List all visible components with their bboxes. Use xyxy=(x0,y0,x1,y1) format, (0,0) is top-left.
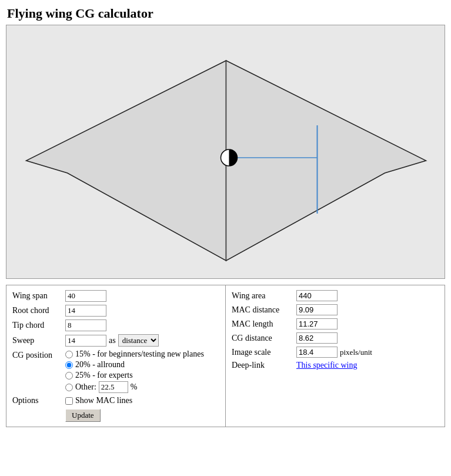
options-label: Options xyxy=(12,396,65,405)
sweep-as-label: as xyxy=(109,336,116,345)
cg-position-row: CG position 15% - for beginners/testing … xyxy=(12,349,219,393)
cg-radio-25-input[interactable] xyxy=(65,372,73,380)
options-row: Options Show MAC lines xyxy=(12,396,219,405)
image-scale-input[interactable] xyxy=(296,347,338,358)
tip-chord-row: Tip chord xyxy=(12,319,219,331)
cg-radio-other: Other: % xyxy=(65,381,204,393)
wing-span-input[interactable] xyxy=(65,290,106,302)
tip-chord-input[interactable] xyxy=(65,319,106,331)
cg-position-label: CG position xyxy=(12,349,65,360)
image-scale-row: Image scale pixels/unit xyxy=(232,347,439,358)
cg-radio-other-input[interactable] xyxy=(65,384,73,391)
cg-radio-15-input[interactable] xyxy=(65,351,73,358)
root-chord-label: Root chord xyxy=(12,306,65,315)
mac-distance-value xyxy=(296,304,338,315)
deep-link-row: Deep-link This specific wing xyxy=(232,361,439,370)
mac-length-label: MAC length xyxy=(232,319,296,329)
wing-area-label: Wing area xyxy=(232,291,296,301)
cg-other-percent: % xyxy=(131,382,138,392)
update-button[interactable]: Update xyxy=(65,409,101,422)
cg-radio-20: 20% - allround xyxy=(65,360,204,370)
cg-radio-25-label: 25% - for experts xyxy=(75,371,133,380)
page-title: Flying wing CG calculator xyxy=(0,0,451,25)
update-row: Update xyxy=(12,409,219,422)
wing-diagram xyxy=(6,25,445,279)
root-chord-row: Root chord xyxy=(12,305,219,317)
cg-other-input[interactable] xyxy=(99,381,128,393)
cg-radio-20-input[interactable] xyxy=(65,361,73,369)
wing-canvas xyxy=(6,25,445,278)
sweep-select[interactable]: distance angle xyxy=(118,334,159,347)
cg-radio-15-label: 15% - for beginners/testing new planes xyxy=(75,349,204,359)
right-panel: Wing area MAC distance MAC length CG dis… xyxy=(226,285,445,427)
show-mac-checkbox[interactable] xyxy=(65,397,73,405)
cg-radio-25: 25% - for experts xyxy=(65,371,204,380)
left-panel: Wing span Root chord Tip chord Sweep as … xyxy=(6,285,226,427)
cg-distance-row: CG distance xyxy=(232,332,439,344)
sweep-controls: as distance angle xyxy=(65,334,159,347)
cg-radio-other-label: Other: xyxy=(75,382,96,392)
mac-distance-label: MAC distance xyxy=(232,305,296,315)
cg-radio-group: 15% - for beginners/testing new planes 2… xyxy=(65,349,204,393)
wing-span-label: Wing span xyxy=(12,291,65,301)
mac-length-row: MAC length xyxy=(232,318,439,329)
show-mac-label: Show MAC lines xyxy=(75,396,132,405)
cg-radio-15: 15% - for beginners/testing new planes xyxy=(65,349,204,359)
tip-chord-label: Tip chord xyxy=(12,321,65,330)
wing-span-row: Wing span xyxy=(12,290,219,302)
cg-radio-20-label: 20% - allround xyxy=(75,360,125,370)
sweep-input[interactable] xyxy=(65,335,106,347)
wing-area-value xyxy=(296,290,338,301)
mac-length-value xyxy=(296,318,338,329)
sweep-row: Sweep as distance angle xyxy=(12,334,219,347)
sweep-label: Sweep xyxy=(12,336,65,345)
root-chord-input[interactable] xyxy=(65,305,106,317)
cg-distance-value xyxy=(296,332,338,344)
deep-link[interactable]: This specific wing xyxy=(296,361,357,370)
mac-distance-row: MAC distance xyxy=(232,304,439,315)
cg-distance-label: CG distance xyxy=(232,334,296,343)
pixels-unit-label: pixels/unit xyxy=(340,348,372,357)
wing-area-row: Wing area xyxy=(232,290,439,301)
deep-link-label: Deep-link xyxy=(232,361,296,370)
controls-area: Wing span Root chord Tip chord Sweep as … xyxy=(6,285,445,427)
options-content: Show MAC lines xyxy=(65,396,132,405)
image-scale-label: Image scale xyxy=(232,348,296,357)
